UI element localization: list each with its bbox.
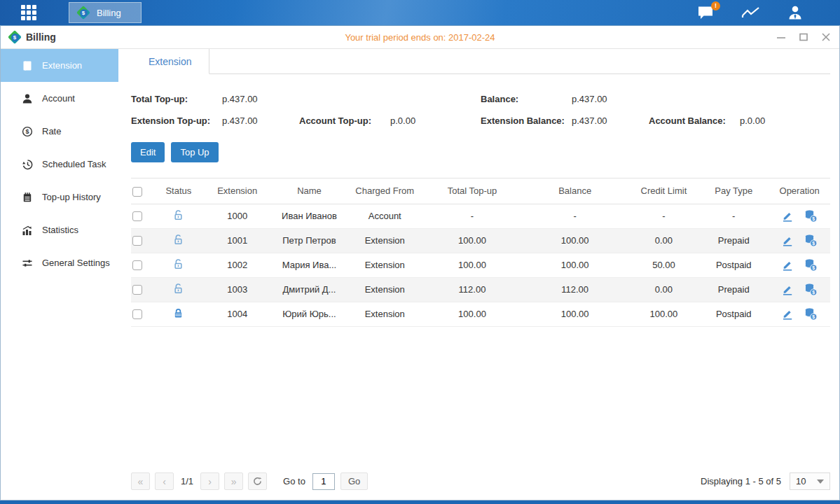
table-row: 1004Юрий Юрь...Extension100.00100.00100.… xyxy=(131,302,830,326)
messages-icon[interactable]: ! xyxy=(697,6,715,20)
window-title: Billing xyxy=(26,31,56,43)
cell-credit-limit: 0.00 xyxy=(629,277,699,302)
next-page-button[interactable]: › xyxy=(200,472,219,490)
top-up-row-icon[interactable]: $ xyxy=(804,209,818,223)
unlocked-icon xyxy=(172,258,184,270)
top-up-row-icon[interactable]: $ xyxy=(804,307,818,321)
row-checkbox[interactable] xyxy=(132,260,142,270)
reports-chart-icon[interactable] xyxy=(741,6,760,20)
cell-credit-limit: 0.00 xyxy=(629,228,699,253)
extension-balance-label: Extension Balance: xyxy=(481,115,572,126)
col-name: Name xyxy=(273,178,347,204)
page-size-select[interactable]: 10 xyxy=(790,472,830,490)
top-up-row-icon[interactable]: $ xyxy=(804,234,818,247)
goto-page-input[interactable] xyxy=(312,473,335,490)
cell-total-topup: 100.00 xyxy=(423,302,521,326)
cell-balance: 100.00 xyxy=(521,302,629,326)
svg-text:$: $ xyxy=(812,314,815,320)
table-body: 1000Иван ИвановAccount----$1001Петр Петр… xyxy=(131,204,830,326)
account-topup-value: p.0.00 xyxy=(390,115,467,126)
cell-charged-from: Extension xyxy=(346,302,423,326)
chevron-down-icon xyxy=(817,479,824,484)
sidebar-item-label: Extension xyxy=(42,60,82,71)
cell-name: Дмитрий Д... xyxy=(273,277,347,302)
unlocked-icon xyxy=(172,234,184,246)
billing-app-icon: $ xyxy=(76,6,90,20)
edit-row-icon[interactable] xyxy=(781,259,794,272)
cell-pay-type: Prepaid xyxy=(698,277,769,302)
unlocked-icon xyxy=(172,283,184,295)
go-button[interactable]: Go xyxy=(340,472,368,490)
first-page-button[interactable]: « xyxy=(131,472,150,490)
user-account-icon[interactable] xyxy=(787,5,804,20)
row-checkbox[interactable] xyxy=(132,236,142,246)
minimize-icon[interactable] xyxy=(776,32,786,42)
top-up-button[interactable]: Top Up xyxy=(171,142,218,162)
col-extension: Extension xyxy=(202,178,273,204)
sidebar-item-statistics[interactable]: Statistics xyxy=(1,214,118,246)
cell-total-topup: 112.00 xyxy=(423,277,521,302)
cell-pay-type: Prepaid xyxy=(698,228,769,253)
person-icon xyxy=(22,93,33,104)
select-all-checkbox[interactable] xyxy=(132,187,142,197)
sidebar-item-scheduled-task[interactable]: Scheduled Task xyxy=(1,148,118,181)
cell-total-topup: 100.00 xyxy=(423,228,521,253)
cell-charged-from: Extension xyxy=(346,253,423,277)
sidebar-item-account[interactable]: Account xyxy=(1,82,118,115)
app-launcher-icon[interactable] xyxy=(21,5,36,20)
bar-chart-icon xyxy=(22,225,33,236)
edit-row-icon[interactable] xyxy=(781,308,794,321)
edit-icon xyxy=(781,234,794,247)
balance-value: p.437.00 xyxy=(572,94,649,104)
account-topup-label: Account Top-up: xyxy=(299,115,390,126)
sidebar-item-topup-history[interactable]: Top-up History xyxy=(1,181,118,214)
sidebar: Extension Account $ Rate xyxy=(1,49,118,500)
sidebar-item-rate[interactable]: $ Rate xyxy=(1,115,118,148)
row-checkbox[interactable] xyxy=(132,211,142,221)
extension-topup-label: Extension Top-up: xyxy=(131,115,222,126)
extension-balance-value: p.437.00 xyxy=(572,115,649,126)
sliders-icon xyxy=(22,258,33,269)
pagination-bar: « ‹ 1/1 › » Go to Go Displaying 1 - 5 of… xyxy=(131,467,830,500)
edit-row-icon[interactable] xyxy=(781,284,794,296)
sidebar-item-label: Top-up History xyxy=(42,192,101,202)
top-up-row-icon[interactable]: $ xyxy=(804,258,818,272)
table-row: 1003Дмитрий Д...Extension112.00112.000.0… xyxy=(131,277,830,302)
table-row: 1001Петр ПетровExtension100.00100.000.00… xyxy=(131,228,830,253)
cell-extension: 1002 xyxy=(202,253,273,277)
sidebar-item-extension[interactable]: Extension xyxy=(1,49,118,82)
tab-bar: Extension xyxy=(131,49,830,74)
top-up-icon: $ xyxy=(804,258,818,272)
cell-name: Юрий Юрь... xyxy=(273,302,347,326)
sidebar-item-label: Rate xyxy=(42,126,61,136)
edit-button[interactable]: Edit xyxy=(131,142,165,162)
status-unlocked-icon xyxy=(172,283,184,295)
cell-extension: 1000 xyxy=(202,204,273,228)
status-unlocked-icon xyxy=(172,258,184,270)
displaying-info: Displaying 1 - 5 of 5 xyxy=(701,476,781,486)
svg-text:$: $ xyxy=(25,128,29,135)
sidebar-item-general-settings[interactable]: General Settings xyxy=(1,246,118,279)
row-checkbox[interactable] xyxy=(132,309,142,319)
last-page-button[interactable]: » xyxy=(224,472,243,490)
history-clock-icon xyxy=(22,159,33,170)
edit-row-icon[interactable] xyxy=(781,234,794,247)
maximize-icon[interactable] xyxy=(799,32,808,42)
status-unlocked-icon xyxy=(172,209,184,221)
refresh-button[interactable] xyxy=(248,472,267,490)
unlocked-icon xyxy=(172,209,184,221)
sidebar-item-label: General Settings xyxy=(42,258,110,268)
goto-label: Go to xyxy=(283,476,305,486)
col-balance: Balance xyxy=(521,178,629,204)
cell-balance: 100.00 xyxy=(521,228,629,253)
taskbar-tab-billing[interactable]: $ Billing xyxy=(69,2,142,23)
prev-page-button[interactable]: ‹ xyxy=(155,472,174,490)
tab-extension[interactable]: Extension xyxy=(131,49,209,74)
sidebar-item-label: Account xyxy=(42,93,75,104)
cell-charged-from: Extension xyxy=(346,228,423,253)
top-up-row-icon[interactable]: $ xyxy=(804,283,818,296)
edit-row-icon[interactable] xyxy=(781,210,794,223)
close-icon[interactable] xyxy=(821,32,831,42)
row-checkbox[interactable] xyxy=(132,285,142,295)
edit-icon xyxy=(781,259,794,272)
